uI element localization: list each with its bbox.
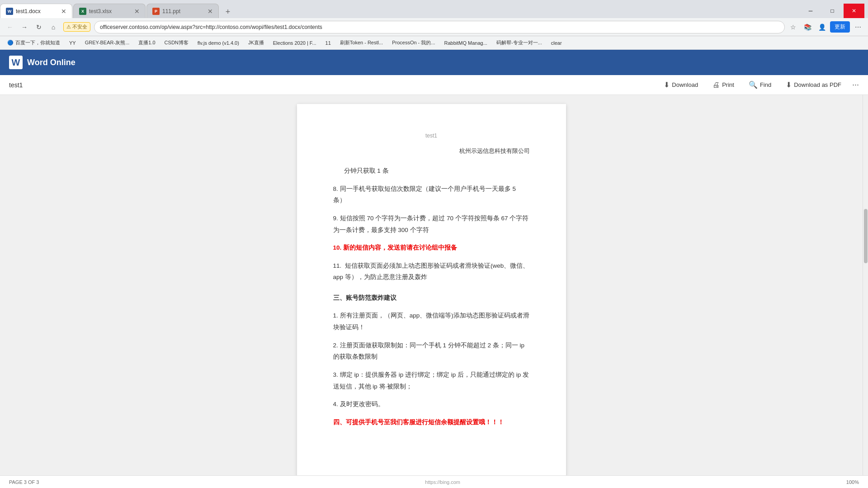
yy-label: YY — [69, 40, 76, 46]
zoom-level: 100% — [846, 479, 859, 485]
profile-button[interactable]: 👤 — [816, 21, 828, 33]
para-1-text: 分钟只获取 1 条 — [344, 167, 389, 174]
print-button[interactable]: 🖨 Print — [709, 79, 738, 91]
doc-para-5: 11. 短信获取页面必须加上动态图形验证码或者滑块验证(web、微信、app 等… — [333, 260, 530, 283]
para-4-num-red: 10. — [333, 244, 344, 251]
flvjs-label: flv.js demo (v1.4.0) — [198, 40, 239, 46]
tab-excel-title: test3.xlsx — [89, 8, 132, 14]
doc-company: 杭州示远信息科技有限公司 — [333, 146, 530, 156]
bookmark-baidu[interactable]: 🔵 百度一下，你就知道 — [4, 38, 64, 47]
bookmark-token[interactable]: 刷新Token - Restl... — [336, 38, 387, 47]
para-8-text: 绑定 ip：提供服务器 ip 进行绑定；绑定 ip 后，只能通过绑定的 ip 发… — [333, 371, 529, 390]
doc-page-indicator: test1 — [333, 131, 530, 141]
tab-word-close[interactable]: ✕ — [61, 8, 66, 15]
excel-favicon: X — [79, 8, 86, 15]
clear-label: clear — [551, 40, 562, 46]
section-heading-3: 三、账号防范轰炸建议 — [333, 292, 530, 303]
bookmark-elections[interactable]: Elections 2020 | F... — [269, 39, 320, 47]
right-scrollbar[interactable] — [863, 95, 868, 475]
tab-excel[interactable]: X test3.xlsx ✕ — [73, 4, 146, 18]
para-7-num: 2. — [333, 342, 338, 349]
word-icon-letter: W — [12, 57, 20, 68]
word-header: W Word Online — [0, 50, 868, 75]
bookmark-yy[interactable]: YY — [66, 39, 80, 47]
para-4-text-red: 新的短信内容，发送前请在讨论组中报备 — [343, 244, 457, 251]
download-icon: ⬇ — [664, 81, 670, 89]
processon-label: ProcessOn - 我的... — [392, 39, 435, 46]
home-button[interactable]: ⌂ — [47, 21, 60, 33]
right-status: https://bing.com — [425, 479, 460, 485]
download-pdf-button[interactable]: ⬇ Download as PDF — [782, 79, 845, 91]
doc-container: test1 杭州示远信息科技有限公司 分钟只获取 1 条 8.同一手机号获取短信… — [0, 95, 863, 475]
para-2-num: 8. — [333, 185, 338, 192]
toolbar-actions: ☆ 📚 👤 更新 ⋯ — [787, 21, 864, 33]
bookmark-grey-bear[interactable]: GREY-BEAR-灰熊... — [81, 38, 133, 47]
content-area: test1 杭州示远信息科技有限公司 分钟只获取 1 条 8.同一手机号获取短信… — [0, 95, 868, 475]
minimize-button[interactable]: ─ — [800, 4, 821, 18]
tab-ppt-close[interactable]: ✕ — [208, 8, 213, 15]
forward-button[interactable]: → — [18, 21, 31, 33]
para-3-num: 9. — [333, 215, 338, 222]
bookmark-csdn[interactable]: CSDN博客 — [161, 38, 192, 47]
majiebang-label: 码解帮-专业一对一... — [496, 39, 542, 46]
para-6-text: 所有注册页面，（网页、app、微信端等)添加动态图形验证码或者滑块验证码！ — [333, 312, 529, 331]
doc-page: test1 杭州示远信息科技有限公司 分钟只获取 1 条 8.同一手机号获取短信… — [297, 104, 566, 475]
para-5-num: 11. — [333, 262, 342, 269]
bookmark-live[interactable]: 直播1.0 — [135, 38, 159, 47]
bookmark-jk[interactable]: JK直播 — [245, 38, 268, 47]
back-button[interactable]: ← — [4, 21, 16, 33]
word-app-icon: W — [9, 56, 23, 69]
browser-toolbar: ← → ↻ ⌂ ⚠ 不安全 officeserver.contoso.com/o… — [0, 18, 868, 36]
close-button[interactable]: ✕ — [844, 4, 864, 18]
jk-label: JK直播 — [248, 39, 264, 46]
find-label: Find — [760, 81, 771, 88]
print-icon: 🖨 — [712, 81, 720, 89]
new-tab-button[interactable]: + — [222, 5, 234, 18]
address-text: officeserver.contoso.com/op/view.aspx?sr… — [100, 24, 779, 30]
tab-word[interactable]: W test1.docx ✕ — [0, 4, 72, 18]
para-8-num: 3. — [333, 371, 338, 378]
doc-para-8: 3.绑定 ip：提供服务器 ip 进行绑定；绑定 ip 后，只能通过绑定的 ip… — [333, 369, 530, 392]
print-label: Print — [722, 81, 734, 88]
para-3-text: 短信按照 70 个字符为一条计费，超过 70 个字符按照每条 67 个字符为一条… — [333, 215, 529, 233]
bookmark-processon[interactable]: ProcessOn - 我的... — [388, 38, 439, 47]
word-logo[interactable]: W Word Online — [0, 50, 85, 75]
scrollbar-thumb[interactable] — [864, 209, 868, 263]
rabbitmq-label: RabbitMQ Manag... — [444, 40, 487, 46]
app-title: Word Online — [27, 58, 75, 67]
tab-ppt[interactable]: P 111.ppt ✕ — [146, 4, 219, 18]
doc-filename: test1 — [9, 81, 23, 89]
maximize-button[interactable]: □ — [822, 4, 843, 18]
bookmark-11[interactable]: 11 — [322, 39, 335, 47]
download-button[interactable]: ⬇ Download — [660, 79, 702, 91]
doc-para-9: 4.及时更改密码。 — [333, 398, 530, 410]
bookmark-rabbitmq[interactable]: RabbitMQ Manag... — [441, 39, 491, 47]
tab-ppt-title: 111.ppt — [162, 8, 205, 14]
status-bar: PAGE 3 OF 3 https://bing.com 100% — [0, 475, 868, 488]
collections-button[interactable]: 📚 — [801, 21, 814, 33]
doc-para-2: 8.同一手机号获取短信次数限定（建议一个用户手机号一天最多 5 条） — [333, 183, 530, 206]
settings-button[interactable]: ⋯ — [852, 21, 864, 33]
bookmarks-bar: 🔵 百度一下，你就知道 YY GREY-BEAR-灰熊... 直播1.0 CSD… — [0, 36, 868, 50]
security-badge[interactable]: ⚠ 不安全 — [63, 22, 90, 32]
find-icon: 🔍 — [749, 81, 758, 89]
find-button[interactable]: 🔍 Find — [745, 79, 775, 91]
toolbar-buttons: ⬇ Download 🖨 Print 🔍 Find ⬇ Download as … — [660, 79, 859, 91]
bookmark-flvjs[interactable]: flv.js demo (v1.4.0) — [194, 39, 243, 47]
warning-icon: ⚠ — [66, 24, 71, 30]
doc-para-1: 分钟只获取 1 条 — [333, 165, 530, 177]
browser-chrome: W test1.docx ✕ X test3.xlsx ✕ P 111.ppt … — [0, 0, 868, 50]
more-button[interactable]: ··· — [852, 80, 859, 90]
para-5-text: 短信获取页面必须加上动态图形验证码或者滑块验证(web、微信、app 等），为防… — [333, 262, 529, 281]
refresh-button[interactable]: ↻ — [33, 21, 45, 33]
star-button[interactable]: ☆ — [787, 21, 799, 33]
tab-excel-close[interactable]: ✕ — [134, 8, 140, 15]
address-bar[interactable]: officeserver.contoso.com/op/view.aspx?sr… — [94, 21, 785, 33]
update-button[interactable]: 更新 — [830, 21, 850, 33]
para-9-num: 4. — [333, 401, 338, 407]
download-pdf-icon: ⬇ — [786, 81, 792, 89]
bookmark-clear[interactable]: clear — [547, 39, 566, 47]
doc-para-3: 9.短信按照 70 个字符为一条计费，超过 70 个字符按照每条 67 个字符为… — [333, 213, 530, 236]
eleven-label: 11 — [326, 40, 331, 46]
bookmark-majiebang[interactable]: 码解帮-专业一对一... — [493, 38, 546, 47]
